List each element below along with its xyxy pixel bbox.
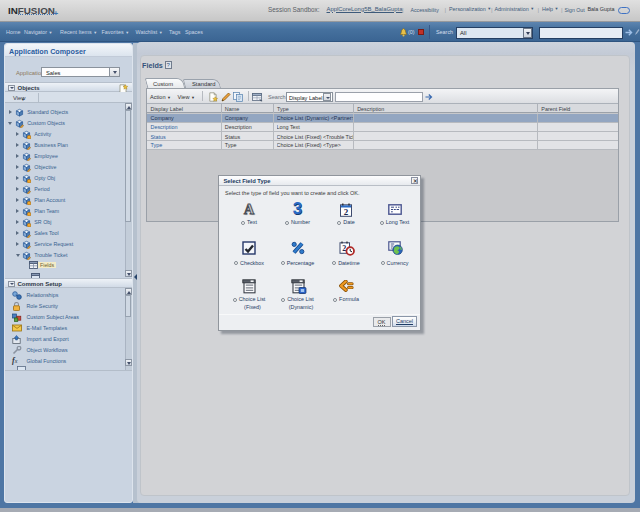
svg-text:2: 2	[344, 206, 349, 216]
